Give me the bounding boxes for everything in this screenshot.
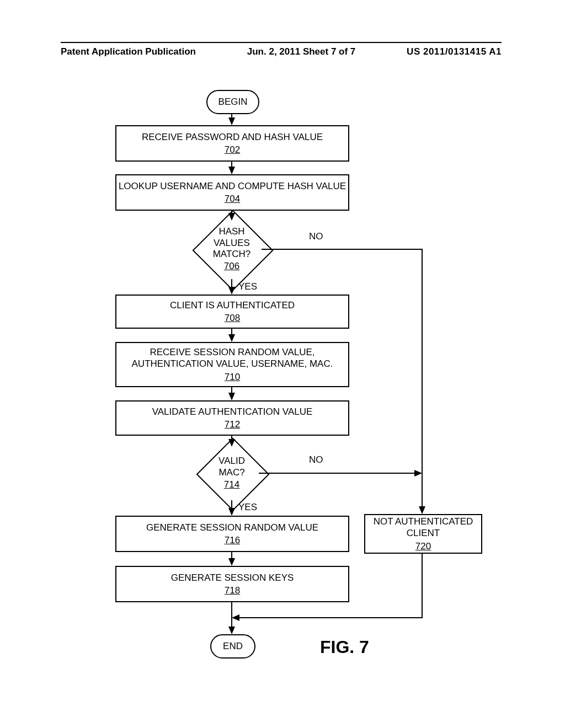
step-720-text: NOT AUTHENTICATED CLIENT	[365, 516, 481, 539]
step-702-ref: 702	[225, 144, 240, 156]
decision-714-no-label: NO	[309, 454, 323, 465]
decision-714-text: VALID MAC?	[207, 456, 257, 478]
step-710-ref: 710	[225, 371, 240, 383]
decision-714-ref: 714	[224, 479, 239, 490]
decision-714: VALID MAC? 714	[207, 448, 257, 498]
step-718-ref: 718	[225, 585, 240, 596]
step-708-ref: 708	[225, 312, 240, 324]
step-712: VALIDATE AUTHENTICATION VALUE 712	[115, 400, 349, 436]
terminator-end: END	[210, 634, 255, 659]
step-704-ref: 704	[225, 193, 240, 205]
decision-714-text-wrap: VALID MAC? 714	[207, 448, 257, 498]
figure-label: FIG. 7	[320, 637, 369, 657]
step-704-text: LOOKUP USERNAME AND COMPUTE HASH VALUE	[119, 180, 346, 192]
step-716-ref: 716	[225, 534, 240, 546]
step-718-text: GENERATE SESSION KEYS	[171, 572, 294, 584]
decision-706-ref: 706	[224, 261, 239, 272]
decision-706: HASH VALUES MATCH? 706	[204, 222, 259, 277]
step-708-text: CLIENT IS AUTHENTICATED	[170, 299, 295, 311]
flowchart-canvas: BEGIN RECEIVE PASSWORD AND HASH VALUE 70…	[0, 0, 565, 728]
step-708: CLIENT IS AUTHENTICATED 708	[115, 295, 349, 329]
decision-706-no-label: NO	[309, 231, 323, 242]
step-720-ref: 720	[415, 540, 431, 552]
step-710-text: RECEIVE SESSION RANDOM VALUE, AUTHENTICA…	[116, 346, 348, 370]
page: Patent Application Publication Jun. 2, 2…	[0, 0, 565, 728]
decision-706-text: HASH VALUES MATCH?	[204, 226, 259, 260]
decision-706-text-wrap: HASH VALUES MATCH? 706	[204, 222, 259, 277]
step-716: GENERATE SESSION RANDOM VALUE 716	[115, 516, 349, 552]
step-702-text: RECEIVE PASSWORD AND HASH VALUE	[142, 131, 323, 143]
step-712-ref: 712	[225, 419, 240, 430]
step-710: RECEIVE SESSION RANDOM VALUE, AUTHENTICA…	[115, 342, 349, 387]
terminator-begin: BEGIN	[206, 90, 259, 114]
decision-714-yes-label: YES	[238, 502, 257, 513]
step-720: NOT AUTHENTICATED CLIENT 720	[364, 514, 482, 554]
step-718: GENERATE SESSION KEYS 718	[115, 566, 349, 602]
step-712-text: VALIDATE AUTHENTICATION VALUE	[152, 406, 313, 417]
step-704: LOOKUP USERNAME AND COMPUTE HASH VALUE 7…	[115, 174, 349, 211]
decision-706-yes-label: YES	[238, 281, 257, 292]
terminator-begin-label: BEGIN	[218, 97, 248, 108]
step-702: RECEIVE PASSWORD AND HASH VALUE 702	[115, 125, 349, 162]
step-716-text: GENERATE SESSION RANDOM VALUE	[146, 522, 318, 533]
terminator-end-label: END	[223, 641, 243, 652]
